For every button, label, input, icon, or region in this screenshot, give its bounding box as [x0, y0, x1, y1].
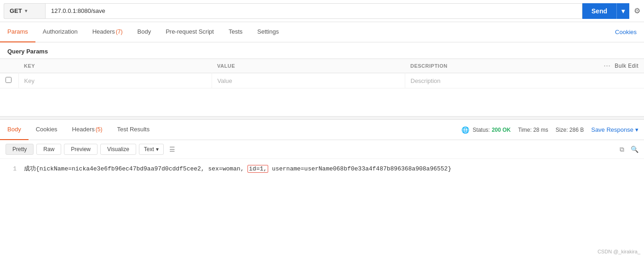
- tab-settings-label: Settings: [257, 28, 279, 35]
- format-preview-button[interactable]: Preview: [64, 144, 98, 155]
- save-response-arrow: ▾: [635, 126, 638, 133]
- copy-icon[interactable]: ⧉: [620, 146, 624, 153]
- format-pretty-button[interactable]: Pretty: [6, 144, 34, 155]
- tab-settings[interactable]: Settings: [250, 22, 286, 42]
- response-tab-body-label: Body: [7, 126, 21, 133]
- tab-params-label: Params: [7, 28, 28, 35]
- save-response-button[interactable]: Save Response ▾: [591, 126, 638, 133]
- format-raw-button[interactable]: Raw: [36, 144, 61, 155]
- tab-body-label: Body: [138, 28, 151, 35]
- row-description[interactable]: Description: [405, 73, 644, 88]
- tab-headers[interactable]: Headers (7): [85, 22, 130, 42]
- response-tabs: Body Cookies Headers (5) Test Results 🌐 …: [0, 120, 644, 140]
- dots-icon[interactable]: ···: [604, 63, 611, 69]
- empty-space: [0, 88, 644, 116]
- send-label: Send: [582, 7, 616, 15]
- time-label: Time: 28 ms: [518, 127, 548, 133]
- col-key-header: KEY: [18, 59, 212, 73]
- filter-icon[interactable]: ☰: [169, 146, 175, 153]
- request-tabs: Params Authorization Headers (7) Body Pr…: [0, 22, 644, 42]
- save-response-label: Save Response: [591, 126, 633, 133]
- row-checkbox[interactable]: [0, 73, 18, 88]
- format-toolbar: Pretty Raw Preview Visualize Text ▾ ☰ ⧉ …: [0, 140, 644, 159]
- format-type-label: Text: [144, 146, 154, 152]
- response-tab-headers-label: Headers: [72, 126, 95, 133]
- response-tab-cookies[interactable]: Cookies: [29, 120, 65, 140]
- response-content: 成功{nickName=nicka4e3e6fb96ec47bd9aa97d0c…: [24, 164, 637, 174]
- table-row: Key Value Description: [0, 73, 644, 88]
- response-tab-headers[interactable]: Headers (5): [65, 120, 110, 140]
- status-code: 200 OK: [492, 127, 511, 133]
- tab-authorization-label: Authorization: [43, 28, 78, 35]
- response-body: 1 成功{nickName=nicka4e3e6fb96ec47bd9aa97d…: [0, 159, 644, 180]
- row-key[interactable]: Key: [18, 73, 212, 88]
- col-checkbox-header: [0, 59, 18, 73]
- response-tab-cookies-label: Cookies: [36, 126, 58, 133]
- settings-icon[interactable]: ⚙: [634, 6, 640, 15]
- value-placeholder: Value: [218, 77, 232, 84]
- format-type-select[interactable]: Text ▾: [139, 144, 164, 155]
- line-numbers: 1: [7, 164, 17, 174]
- method-selector[interactable]: GET ▾: [4, 3, 45, 19]
- tab-params[interactable]: Params: [0, 22, 35, 42]
- status-label: Status:: [473, 127, 490, 133]
- response-status-area: 🌐 Status: 200 OK Time: 28 ms Size: 286 B…: [461, 126, 644, 134]
- format-visualize-button[interactable]: Visualize: [100, 144, 136, 155]
- send-dropdown-arrow[interactable]: ▾: [616, 3, 629, 19]
- tab-authorization[interactable]: Authorization: [35, 22, 85, 42]
- row-value[interactable]: Value: [212, 73, 405, 88]
- tab-headers-badge: (7): [116, 29, 123, 35]
- send-button[interactable]: Send ▾: [582, 3, 629, 19]
- tab-prerequest[interactable]: Pre-request Script: [158, 22, 221, 42]
- url-input[interactable]: [45, 3, 582, 19]
- row-checkbox-input[interactable]: [6, 77, 12, 83]
- globe-icon: 🌐: [461, 126, 469, 134]
- description-placeholder: Description: [411, 77, 441, 84]
- tab-tests-label: Tests: [229, 28, 242, 35]
- search-icon[interactable]: 🔍: [631, 146, 638, 153]
- col-value-header: VALUE: [212, 59, 405, 73]
- response-tab-testresults[interactable]: Test Results: [109, 120, 157, 140]
- params-table: KEY VALUE DESCRIPTION ··· Bulk Edit Key: [0, 59, 644, 88]
- key-placeholder: Key: [24, 77, 34, 84]
- method-chevron: ▾: [25, 8, 27, 13]
- query-params-title: Query Params: [0, 42, 644, 59]
- col-desc-header: DESCRIPTION ··· Bulk Edit: [405, 59, 644, 73]
- format-type-chevron: ▾: [156, 146, 159, 152]
- line-number-1: 1: [13, 165, 17, 172]
- tab-prerequest-label: Pre-request Script: [166, 28, 214, 35]
- url-bar: GET ▾ Send ▾ ⚙: [0, 0, 644, 22]
- response-tab-testresults-label: Test Results: [117, 126, 150, 133]
- method-label: GET: [10, 7, 22, 14]
- size-label: Size: 286 B: [556, 127, 584, 133]
- response-text-before: 成功{nickName=nicka4e3e6fb96ec47bd9aa97d0c…: [24, 165, 244, 172]
- response-highlighted-text: id=1,: [247, 165, 268, 173]
- tab-headers-label: Headers: [92, 28, 115, 35]
- watermark: CSDN @_kirakira_: [598, 249, 640, 254]
- cookies-link[interactable]: Cookies: [615, 29, 644, 35]
- response-tab-body[interactable]: Body: [0, 120, 29, 140]
- tab-body[interactable]: Body: [130, 22, 159, 42]
- bulk-edit-button[interactable]: Bulk Edit: [615, 63, 638, 69]
- description-col-label: DESCRIPTION: [410, 63, 448, 69]
- tab-tests[interactable]: Tests: [221, 22, 250, 42]
- response-text-after: username=userName068bf0e33a4f487b896368a…: [272, 165, 451, 172]
- response-tab-headers-badge: (5): [96, 126, 103, 133]
